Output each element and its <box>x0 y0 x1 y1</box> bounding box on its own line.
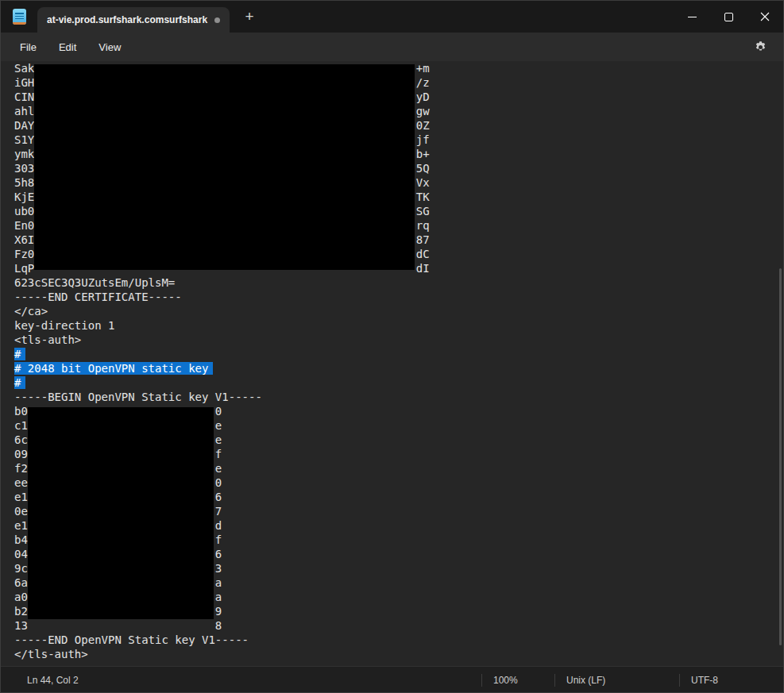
cursor-position-label: Ln 44, Col 2 <box>27 675 79 686</box>
titlebar-spacer <box>261 1 674 33</box>
editor-line[interactable]: 13 8 <box>1 618 783 633</box>
vertical-scrollbar-thumb[interactable] <box>779 268 782 645</box>
selected-text: # <box>14 348 25 360</box>
minimize-icon <box>688 17 697 17</box>
editor[interactable]: Sak +miGH /zCIN yDahl <box>1 61 783 666</box>
editor-line[interactable]: 623cSEC3Q3UZutsEm/UplsM= <box>1 275 783 290</box>
window-controls <box>674 1 783 33</box>
menubar: File Edit View <box>1 33 783 61</box>
notepad-window: at-vie.prod.surfshark.comsurfshark + Fil… <box>0 0 784 693</box>
editor-line[interactable]: -----END CERTIFICATE----- <box>1 290 783 304</box>
editor-line[interactable]: -----END OpenVPN Static key V1----- <box>1 633 783 647</box>
close-button[interactable] <box>747 1 783 33</box>
editor-line[interactable]: # <box>1 347 783 361</box>
notepad-icon-lines <box>15 13 24 19</box>
editor-line[interactable]: </tls-auth> <box>1 647 783 661</box>
titlebar: at-vie.prod.surfshark.comsurfshark + <box>1 1 783 33</box>
minimize-button[interactable] <box>674 1 710 33</box>
editor-line[interactable]: -----BEGIN OpenVPN Static key V1----- <box>1 390 783 404</box>
unsaved-indicator-icon <box>214 17 220 23</box>
redaction-box <box>28 407 214 619</box>
editor-line[interactable]: <tls-auth> <box>1 333 783 347</box>
tab-title: at-vie.prod.surfshark.comsurfshark <box>47 14 208 25</box>
selected-text: # <box>14 376 25 389</box>
zoom-level-label: 100% <box>481 674 554 687</box>
maximize-icon <box>724 13 733 21</box>
notepad-icon <box>13 9 26 25</box>
editor-line[interactable]: </ca> <box>1 304 783 318</box>
selected-text: # 2048 bit OpenVPN static key <box>14 362 213 375</box>
menu-view[interactable]: View <box>89 37 130 58</box>
maximize-button[interactable] <box>710 1 747 33</box>
gear-icon <box>754 40 767 54</box>
menu-file[interactable]: File <box>10 37 46 58</box>
editor-line[interactable]: # <box>1 375 783 390</box>
menu-edit[interactable]: Edit <box>49 37 86 58</box>
new-tab-button[interactable]: + <box>238 1 261 33</box>
editor-line[interactable]: key-direction 1 <box>1 318 783 333</box>
close-icon <box>760 12 770 21</box>
notepad-icon-base <box>13 22 26 25</box>
app-icon-wrap <box>1 1 37 33</box>
statusbar: Ln 44, Col 2 100% Unix (LF) UTF-8 <box>1 666 783 693</box>
redaction-box <box>34 64 415 270</box>
line-ending-label: Unix (LF) <box>554 674 679 687</box>
editor-line[interactable]: # 2048 bit OpenVPN static key <box>1 361 783 375</box>
tab-document[interactable]: at-vie.prod.surfshark.comsurfshark <box>37 7 230 33</box>
settings-button[interactable] <box>748 40 772 54</box>
encoding-label: UTF-8 <box>679 674 783 687</box>
